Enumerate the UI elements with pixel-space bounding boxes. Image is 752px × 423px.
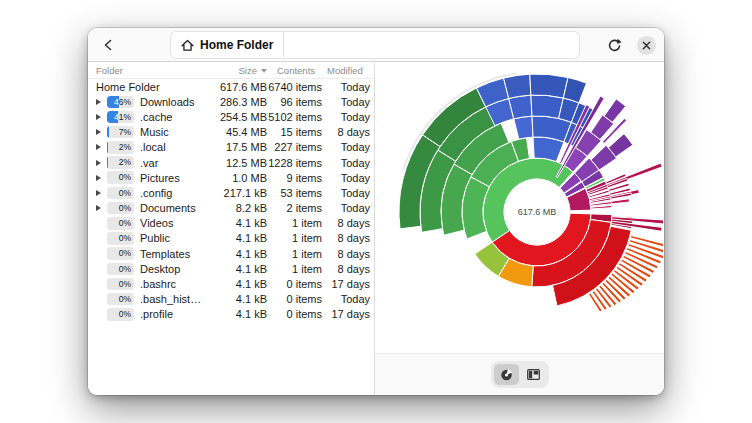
percent-badge: 0% 0% bbox=[107, 308, 134, 321]
percent-badge: 0% 0% bbox=[107, 278, 134, 291]
size-cell: 4.1 kB bbox=[205, 232, 267, 244]
expander-icon[interactable] bbox=[96, 175, 105, 181]
close-button[interactable] bbox=[637, 36, 656, 55]
table-row[interactable]: 0% 0% Public 4.1 kB 1 item 8 days bbox=[88, 231, 374, 246]
percent-label: 0% bbox=[107, 247, 134, 260]
window-content: Folder Size Contents Modified Home Folde… bbox=[88, 63, 664, 395]
percent-label: 0% bbox=[107, 263, 134, 276]
table-row[interactable]: 7% 7% Music 45.4 MB 15 items 8 days bbox=[88, 125, 374, 140]
path-bar: Home Folder bbox=[170, 31, 580, 59]
table-row[interactable]: 2% 2% .var 12.5 MB 1228 items Today bbox=[88, 155, 374, 170]
percent-label: 2% bbox=[107, 156, 134, 169]
contents-cell: 0 items bbox=[267, 278, 322, 290]
percent-label: 0% bbox=[107, 202, 134, 215]
modified-cell: 8 days bbox=[322, 232, 370, 244]
expander-icon[interactable] bbox=[96, 190, 105, 196]
modified-cell: 17 days bbox=[322, 308, 370, 320]
expander-icon[interactable] bbox=[96, 99, 105, 105]
rings-view-button[interactable] bbox=[494, 364, 519, 385]
percent-fill-bar: 7% bbox=[107, 126, 109, 139]
contents-cell: 1 item bbox=[267, 217, 322, 229]
rings-chart-svg[interactable]: 617.6 MB bbox=[375, 63, 663, 354]
table-row[interactable]: 0% 0% Videos 4.1 kB 1 item 8 days bbox=[88, 216, 374, 231]
contents-cell: 2 items bbox=[267, 202, 322, 214]
refresh-button[interactable] bbox=[601, 32, 627, 58]
table-row[interactable]: 41% 41% .cache 254.5 MB 5102 items Today bbox=[88, 109, 374, 124]
percent-fill-bar: 2% bbox=[107, 141, 108, 154]
refresh-icon bbox=[606, 37, 623, 54]
size-cell: 45.4 MB bbox=[205, 126, 267, 138]
contents-cell: 0 items bbox=[267, 293, 322, 305]
modified-cell: 17 days bbox=[322, 278, 370, 290]
percent-badge: 0% 0% bbox=[107, 293, 134, 306]
percent-label: 0% bbox=[107, 293, 134, 306]
table-row[interactable]: 2% 2% .local 17.5 MB 227 items Today bbox=[88, 140, 374, 155]
folder-name: .local bbox=[140, 141, 205, 153]
size-cell: 17.5 MB bbox=[205, 141, 267, 153]
percent-label: 7% bbox=[107, 126, 134, 139]
table-row[interactable]: 0% 0% Desktop 4.1 kB 1 item 8 days bbox=[88, 261, 374, 276]
modified-cell: Today bbox=[322, 187, 370, 199]
table-row[interactable]: 0% 0% Documents 8.2 kB 2 items Today bbox=[88, 201, 374, 216]
table-row[interactable]: 46% 46% Downloads 286.3 MB 96 items Toda… bbox=[88, 94, 374, 109]
size-cell: 4.1 kB bbox=[205, 248, 267, 260]
table-row[interactable]: 0% 0% Templates 4.1 kB 1 item 8 days bbox=[88, 246, 374, 261]
contents-cell: 1 item bbox=[267, 232, 322, 244]
back-button[interactable] bbox=[92, 31, 126, 59]
table-row[interactable]: 0% 0% .config 217.1 kB 53 items Today bbox=[88, 185, 374, 200]
percent-badge: 0% 0% bbox=[107, 247, 134, 260]
column-header-row: Folder Size Contents Modified bbox=[88, 63, 374, 79]
column-header-modified[interactable]: Modified bbox=[322, 65, 370, 76]
expander-icon[interactable] bbox=[96, 144, 105, 150]
expander-icon[interactable] bbox=[96, 129, 105, 135]
view-toggle bbox=[491, 361, 549, 388]
expander-icon[interactable] bbox=[96, 160, 105, 166]
percent-badge: 2% 2% bbox=[107, 141, 134, 154]
percent-fill-bar: 46% bbox=[107, 96, 119, 109]
modified-cell: Today bbox=[322, 81, 370, 93]
folder-name: .profile bbox=[140, 308, 205, 320]
percent-badge: 0% 0% bbox=[107, 217, 134, 230]
home-icon bbox=[180, 38, 195, 53]
modified-cell: 8 days bbox=[322, 126, 370, 138]
modified-cell: Today bbox=[322, 157, 370, 169]
expander-icon[interactable] bbox=[96, 114, 105, 120]
percent-badge: 0% 0% bbox=[107, 171, 134, 184]
folder-name: .bashrc bbox=[140, 278, 205, 290]
table-row[interactable]: 0% 0% .bashrc 4.1 kB 0 items 17 days bbox=[88, 276, 374, 291]
folder-name: Documents bbox=[140, 202, 205, 214]
folder-name: .config bbox=[140, 187, 205, 199]
contents-cell: 0 items bbox=[267, 308, 322, 320]
percent-badge: 2% 2% bbox=[107, 156, 134, 169]
size-cell: 286.3 MB bbox=[205, 96, 267, 108]
folder-name: Templates bbox=[140, 248, 205, 260]
size-cell: 8.2 kB bbox=[205, 202, 267, 214]
percent-fill-bar: 2% bbox=[107, 156, 108, 169]
size-cell: 4.1 kB bbox=[205, 263, 267, 275]
titlebar-actions bbox=[601, 28, 656, 62]
table-row[interactable]: Home Folder 617.6 MB 6740 items Today bbox=[88, 79, 374, 94]
table-row[interactable]: 0% 0% Pictures 1.0 MB 9 items Today bbox=[88, 170, 374, 185]
contents-cell: 227 items bbox=[267, 141, 322, 153]
disk-usage-analyzer-window: Home Folder Folder bbox=[88, 28, 664, 395]
table-row[interactable]: 0% 0% .bash_history 4.1 kB 0 items Today bbox=[88, 292, 374, 307]
chart-footer bbox=[375, 353, 664, 395]
folder-name: .cache bbox=[140, 111, 205, 123]
folder-table-body: Home Folder 617.6 MB 6740 items Today 46… bbox=[88, 79, 374, 322]
expander-icon[interactable] bbox=[96, 205, 105, 211]
size-cell: 4.1 kB bbox=[205, 293, 267, 305]
modified-cell: 8 days bbox=[322, 217, 370, 229]
folder-list-panel: Folder Size Contents Modified Home Folde… bbox=[88, 63, 375, 395]
modified-cell: Today bbox=[322, 293, 370, 305]
location-entry[interactable] bbox=[284, 32, 579, 58]
percent-label: 0% bbox=[107, 308, 134, 321]
home-folder-tab[interactable]: Home Folder bbox=[171, 32, 284, 58]
column-header-folder[interactable]: Folder bbox=[96, 65, 123, 76]
column-header-contents[interactable]: Contents bbox=[267, 65, 322, 76]
treemap-view-button[interactable] bbox=[521, 364, 546, 385]
table-row[interactable]: 0% 0% .profile 4.1 kB 0 items 17 days bbox=[88, 307, 374, 322]
contents-cell: 1228 items bbox=[267, 157, 322, 169]
percent-label: 2% bbox=[107, 141, 134, 154]
column-header-size[interactable]: Size bbox=[205, 65, 267, 76]
contents-cell: 1 item bbox=[267, 248, 322, 260]
